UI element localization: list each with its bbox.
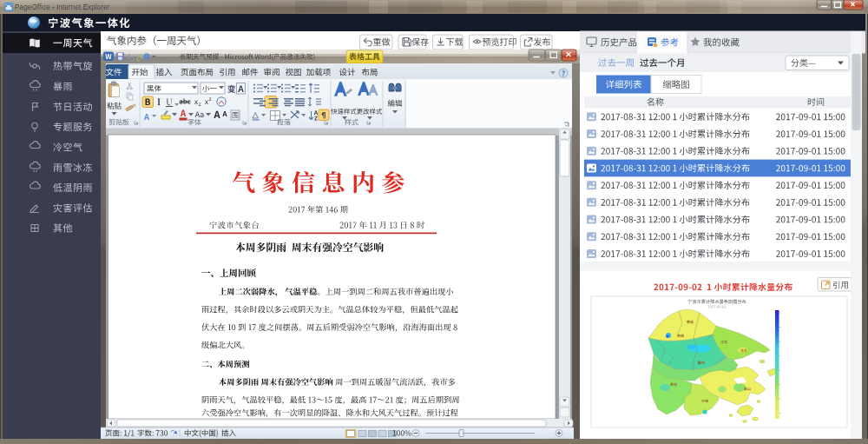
svg-text:PageOffice - Internet Explorer: PageOffice - Internet Explorer [15,3,110,11]
